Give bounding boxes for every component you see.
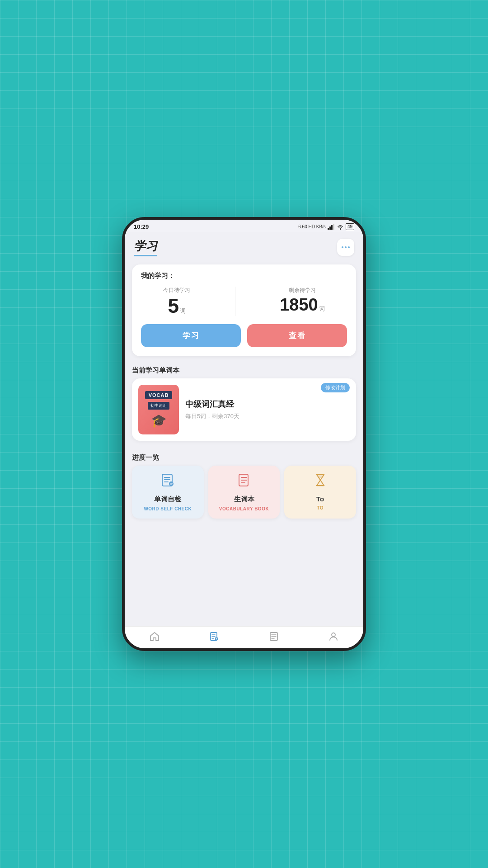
profile-icon [328,631,339,642]
vocabulary-book-name: 生词本 [234,495,254,504]
view-button[interactable]: 查看 [247,324,347,347]
today-label: 今日待学习 [163,287,190,294]
header-menu-button[interactable] [337,239,354,256]
vocabulary-book-en: VOCABULARY BOOK [219,506,269,511]
svg-rect-3 [333,224,334,230]
menu-dot-3 [348,246,350,248]
svg-point-28 [332,633,335,637]
vocab-book-subtitle: 初中词汇 [148,402,169,410]
vocabulary-book-icon [237,473,251,491]
svg-rect-1 [329,226,331,230]
svg-rect-0 [328,228,329,230]
status-icons: 6.60 HD KB/s 49 [298,223,354,230]
home-icon [149,631,160,642]
study-stats: 今日待学习 5 词 剩余待学习 1850 词 [141,287,347,316]
vocab-book-name: 中级词汇真经 [185,399,350,410]
today-count: 5 [168,296,178,316]
nav-profile[interactable] [304,631,363,642]
nav-notes[interactable] [244,631,304,642]
today-stat: 今日待学习 5 词 [163,287,190,316]
today-value-row: 5 词 [163,296,190,316]
vocab-book-label: VOCAB [145,391,173,399]
nav-home[interactable] [125,631,184,642]
study-icon [209,631,220,642]
word-self-check-name: 单词自检 [154,495,181,504]
modify-plan-badge[interactable]: 修改计划 [321,383,350,392]
menu-dot-1 [342,246,343,248]
today-unit: 词 [180,307,186,315]
current-book-section-title: 当前学习单词本 [125,360,363,378]
vocabulary-book-card[interactable]: 生词本 VOCABULARY BOOK [208,466,280,519]
to-card-name: To [316,495,324,503]
menu-dot-2 [345,246,347,248]
to-card-en: TO [317,505,324,510]
status-bar: 10:29 6.60 HD KB/s 49 [125,220,363,232]
to-card[interactable]: To TO [284,466,356,519]
word-self-check-card[interactable]: 单词自检 WORD SELF CHECK [132,466,204,519]
svg-rect-2 [331,225,333,230]
notes-icon [268,631,279,642]
progress-cards: 单词自检 WORD SELF CHECK 生词本 VOCABULARY BOOK [132,466,356,519]
progress-section-title: 进度一览 [125,447,363,466]
vocab-book-info: 中级词汇真经 每日5词，剩余370天 [185,399,350,420]
phone-frame: 10:29 6.60 HD KB/s 49 学习 [122,217,366,651]
hourglass-icon [313,473,328,491]
my-study-card: 我的学习： 今日待学习 5 词 剩余待学习 1850 词 [132,264,356,356]
stats-divider [235,287,235,316]
remaining-stat: 剩余待学习 1850 词 [280,287,325,316]
word-self-check-en: WORD SELF CHECK [144,506,192,511]
my-study-title: 我的学习： [141,272,347,280]
bottom-navigation [125,626,363,648]
progress-section: 单词自检 WORD SELF CHECK 生词本 VOCABULARY BOOK [125,466,363,525]
remaining-label: 剩余待学习 [280,287,325,294]
vocab-book-desc: 每日5词，剩余370天 [185,412,350,420]
status-time: 10:29 [134,223,149,230]
study-actions: 学习 查看 [141,324,347,347]
signal-icon [328,224,335,230]
remaining-unit: 词 [319,305,325,313]
word-self-check-icon [160,473,175,491]
vocab-book-card[interactable]: VOCAB 初中词汇 🎓 中级词汇真经 每日5词，剩余370天 修改计划 [132,378,356,441]
wifi-icon [337,224,344,230]
vocab-book-cover: VOCAB 初中词汇 🎓 [138,385,179,434]
graduation-cap-icon: 🎓 [151,413,167,428]
remaining-value-row: 1850 词 [280,296,325,313]
nav-study[interactable] [184,631,244,642]
app-title: 学习 [134,238,157,256]
study-button[interactable]: 学习 [141,324,241,347]
battery-indicator: 49 [346,223,354,230]
app-header: 学习 [125,232,363,261]
app-content: 学习 我的学习： 今日待学习 5 词 剩余待学习 [125,232,363,626]
network-speed: 6.60 HD KB/s [298,224,326,229]
remaining-count: 1850 [280,296,318,313]
